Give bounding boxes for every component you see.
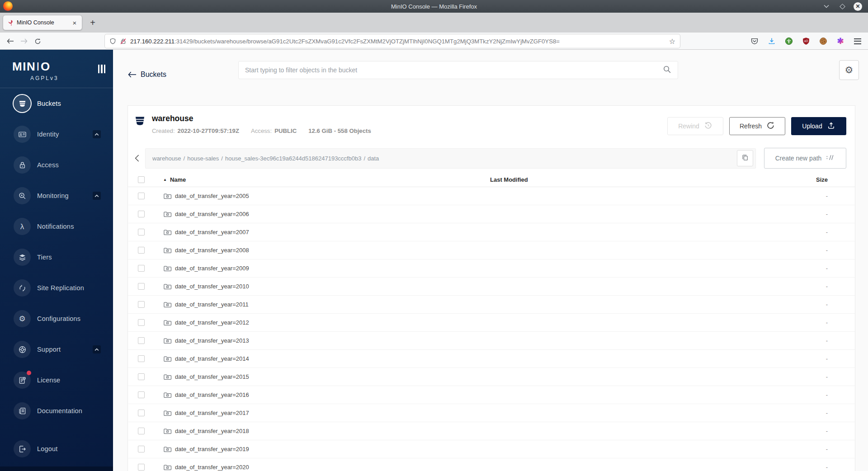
object-size: - [779,373,855,380]
downloads-icon[interactable] [767,36,777,46]
settings-button[interactable]: ⚙ [839,60,859,80]
folder-icon [163,264,172,273]
row-checkbox[interactable] [138,301,145,308]
sidebar-item-buckets[interactable]: Buckets [14,95,113,112]
sort-asc-icon[interactable]: ▲ [163,178,167,182]
left-arrow-icon [128,71,137,78]
tab-close-icon[interactable]: × [70,18,79,27]
row-checkbox[interactable] [138,355,145,362]
create-new-path-button[interactable]: Create new path [764,148,846,169]
table-row[interactable]: date_of_transfer_year=2009- [128,259,855,278]
breadcrumb-segment[interactable]: warehouse [152,155,181,162]
row-checkbox[interactable] [138,229,145,236]
pocket-icon[interactable] [750,36,760,46]
sidebar-bottom-strip [0,466,113,471]
folder-icon [163,373,172,381]
last-modified-column-header[interactable]: Last Modified [490,176,779,183]
name-column-header[interactable]: Name [170,176,186,183]
forward-icon[interactable] [18,35,30,47]
url-text[interactable]: 217.160.222.211:31429/buckets/warehouse/… [130,38,665,45]
chevron-up-icon[interactable] [93,345,101,353]
row-checkbox[interactable] [138,446,145,452]
browser-tab[interactable]: MinIO Console × [3,15,82,30]
insecure-lock-icon[interactable] [120,38,127,45]
table-row[interactable]: date_of_transfer_year=2006- [128,205,855,223]
table-row[interactable]: date_of_transfer_year=2013- [128,332,855,350]
back-icon[interactable] [5,35,16,47]
table-row[interactable]: date_of_transfer_year=2014- [128,350,855,368]
sidebar-item-label: Configurations [37,315,80,322]
browser-toolbar: 217.160.222.211:31429/buckets/warehouse/… [0,33,868,50]
rewind-button[interactable]: Rewind [667,117,723,135]
sidebar-item-documentation[interactable]: Documentation [14,402,113,419]
back-to-buckets-link[interactable]: Buckets [128,71,166,79]
new-tab-button[interactable]: + [87,17,99,28]
table-row[interactable]: date_of_transfer_year=2011- [128,296,855,314]
table-row[interactable]: date_of_transfer_year=2008- [128,241,855,259]
copy-path-button[interactable] [737,150,753,166]
row-checkbox[interactable] [138,464,145,471]
breadcrumb-segment[interactable]: data [368,155,379,162]
sidebar-item-site-replication[interactable]: Site Replication [14,279,113,297]
row-checkbox[interactable] [138,410,145,416]
sidebar-item-label: Documentation [37,407,82,414]
search-input[interactable] [245,66,663,74]
breadcrumb-separator: / [181,155,188,162]
table-row[interactable]: date_of_transfer_year=2007- [128,223,855,241]
lock-icon [14,156,31,174]
table-row[interactable]: date_of_transfer_year=2020- [128,458,855,471]
sidebar-item-identity[interactable]: Identity [14,126,113,143]
sidebar-collapse-icon[interactable] [98,65,106,73]
table-row[interactable]: date_of_transfer_year=2016- [128,386,855,404]
table-row[interactable]: date_of_transfer_year=2012- [128,314,855,332]
asterisk-extension-icon[interactable]: ✱ [835,36,845,46]
table-row[interactable]: date_of_transfer_year=2017- [128,404,855,422]
row-checkbox[interactable] [138,193,145,199]
sidebar-item-license[interactable]: License [14,372,113,389]
upload-button[interactable]: Upload [791,117,846,135]
object-size: - [779,446,855,452]
chevron-up-icon[interactable] [93,130,101,138]
row-checkbox[interactable] [138,428,145,434]
window-maximize-icon[interactable] [838,2,847,11]
select-all-checkbox[interactable] [138,176,145,183]
window-minimize-icon[interactable] [822,2,831,11]
row-checkbox[interactable] [138,265,145,272]
reload-icon[interactable] [32,35,43,47]
table-row[interactable]: date_of_transfer_year=2019- [128,440,855,458]
breadcrumb-segment[interactable]: house-sales [187,155,219,162]
bookmark-star-icon[interactable]: ☆ [669,37,675,46]
table-row[interactable]: date_of_transfer_year=2015- [128,368,855,386]
breadcrumb-segment[interactable]: house_sales-3ec96c19a6244d5186247193cccf… [225,155,361,162]
row-checkbox[interactable] [138,319,145,326]
svg-text:uO: uO [804,39,808,42]
table-row[interactable]: date_of_transfer_year=2018- [128,422,855,440]
sidebar-item-access[interactable]: Access [14,156,113,174]
sidebar-item-monitoring[interactable]: Monitoring [14,187,113,204]
row-checkbox[interactable] [138,373,145,380]
row-checkbox[interactable] [138,391,145,398]
sidebar-menu: BucketsIdentityAccessMonitoringλNotifica… [0,95,113,457]
privacy-badger-icon[interactable] [784,36,794,46]
row-checkbox[interactable] [138,211,145,217]
sidebar-item-configurations[interactable]: ⚙Configurations [14,310,113,327]
chevron-up-icon[interactable] [93,192,101,200]
size-column-header[interactable]: Size [779,176,855,183]
path-back-icon[interactable] [131,151,144,165]
row-checkbox[interactable] [138,337,145,344]
table-row[interactable]: date_of_transfer_year=2010- [128,278,855,296]
row-checkbox[interactable] [138,283,145,290]
shield-icon[interactable] [109,38,116,45]
cookie-extension-icon[interactable] [818,36,828,46]
table-row[interactable]: date_of_transfer_year=2005- [128,187,855,205]
sidebar-item-logout[interactable]: Logout [14,440,113,457]
refresh-button[interactable]: Refresh [729,117,785,135]
window-close-icon[interactable]: ✕ [854,2,862,11]
ublock-origin-icon[interactable]: uO [801,36,811,46]
sidebar-item-support[interactable]: Support [14,341,113,358]
url-bar[interactable]: 217.160.222.211:31429/buckets/warehouse/… [105,34,680,48]
sidebar-item-tiers[interactable]: Tiers [14,249,113,266]
row-checkbox[interactable] [138,247,145,254]
menu-hamburger-icon[interactable] [853,36,863,46]
sidebar-item-notifications[interactable]: λNotifications [14,218,113,235]
